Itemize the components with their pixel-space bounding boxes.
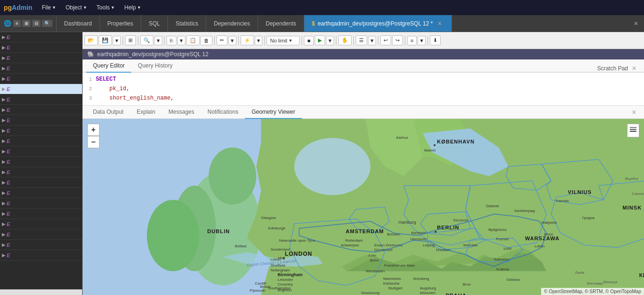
zoom-out-button[interactable]: − (87, 136, 100, 148)
btn-format[interactable]: ≡ (407, 36, 417, 45)
tab-browser[interactable]: 🌐 ≡ ⊞ ⊟ 🔍 (0, 15, 57, 32)
sidebar-item[interactable]: ▶ E (0, 188, 82, 198)
btn-stop[interactable]: ■ (304, 36, 314, 45)
btn-table[interactable]: ⊞ (125, 35, 136, 45)
sidebar-item[interactable]: ▶ E (0, 94, 82, 105)
btn-save-dropdown[interactable]: ▼ (113, 36, 121, 45)
btn-paste[interactable]: 📋 (186, 35, 200, 45)
svg-text:Kraków: Kraków (496, 267, 509, 271)
tab-query-history[interactable]: Query History (131, 59, 179, 73)
menu-object[interactable]: Object ▼ (62, 2, 91, 13)
btn-commit[interactable]: ↩ (380, 35, 391, 45)
btn-open-file[interactable]: 📂 (84, 35, 98, 45)
sql-editor[interactable]: 1 SELECT 2 pk_id, 3 short_english_name, (83, 73, 644, 106)
btn-format-dropdown[interactable]: ▼ (418, 36, 426, 45)
btn-copy-dropdown[interactable]: ▼ (177, 36, 185, 45)
line-num-1: 1 (83, 75, 96, 84)
tab-properties[interactable]: Properties (100, 15, 142, 32)
tab-dashboard[interactable]: Dashboard (57, 15, 100, 32)
btn-limit[interactable]: No limit ▼ (267, 36, 300, 45)
btn-filter[interactable]: ⚡ (241, 35, 254, 45)
btn-edit-dropdown[interactable]: ▼ (228, 36, 236, 45)
sidebar-item[interactable]: ▶ E (0, 198, 82, 209)
sidebar-item[interactable]: ▶ E (0, 240, 82, 250)
result-tabs-close[interactable]: ✕ (628, 106, 640, 118)
menu-help[interactable]: Help ▼ (120, 2, 145, 13)
svg-text:Malmö: Malmö (424, 148, 436, 152)
sidebar-item[interactable]: ▶ E (0, 105, 82, 115)
sidebar-item[interactable]: ▶ E (0, 53, 82, 63)
svg-text:КИЇВ: КИЇВ (639, 272, 644, 278)
tab-dependencies[interactable]: Dependencies (206, 15, 258, 32)
db-tab-close[interactable]: ✕ (435, 20, 444, 27)
db-icon: E (7, 76, 10, 82)
sidebar-item[interactable]: ▶ E (0, 157, 82, 167)
sidebar-item[interactable]: ▶ E (0, 126, 82, 136)
sidebar-item[interactable]: ▶ E (0, 209, 82, 219)
sidebar-item[interactable]: ▶ E (0, 32, 82, 42)
btn-edit[interactable]: ✏ (217, 35, 227, 45)
keyword-select: SELECT (96, 75, 116, 84)
sidebar-item[interactable]: ▶ E (0, 177, 82, 188)
chevron-icon: ▶ (2, 201, 6, 206)
btn-view-dropdown[interactable]: ▼ (368, 36, 376, 45)
chevron-icon: ▶ (2, 128, 6, 133)
svg-text:Житомир: Житомир (587, 281, 603, 286)
menu-file[interactable]: File ▼ (38, 2, 60, 13)
svg-text:Brighton: Brighton (278, 288, 292, 292)
svg-text:Belfast: Belfast (235, 244, 247, 248)
btn-filter-dropdown[interactable]: ▼ (255, 36, 263, 45)
tab-active-db[interactable]: $ earthqadmin_dev/postgres@PostgreSQL 12… (304, 15, 452, 32)
browser-btn3[interactable]: ⊟ (32, 20, 41, 27)
chevron-icon: ▶ (2, 242, 6, 247)
sidebar-item-selected[interactable]: ▶ E (0, 84, 82, 94)
btn-copy[interactable]: ⎘ (167, 36, 176, 45)
menu-tools[interactable]: Tools ▼ (93, 2, 119, 13)
btn-rollback[interactable]: ↪ (392, 35, 403, 45)
svg-text:Glasgow: Glasgow (261, 216, 276, 220)
btn-search[interactable]: 🔍 (140, 35, 153, 45)
tabbar-close[interactable]: ✕ (628, 15, 644, 32)
sidebar-scrollbar[interactable] (0, 289, 82, 295)
btn-save[interactable]: 💾 (99, 35, 112, 45)
browser-btn4[interactable]: 🔍 (42, 20, 52, 27)
sidebar-item[interactable]: ▶ E (0, 63, 82, 74)
sidebar-item[interactable]: ▶ E (0, 146, 82, 157)
tab-dependents[interactable]: Dependents (258, 15, 304, 32)
sidebar-item[interactable]: ▶ E (0, 219, 82, 229)
tab-messages[interactable]: Messages (162, 106, 201, 119)
btn-drag[interactable]: ✋ (338, 35, 351, 45)
btn-delete[interactable]: 🗑 (201, 36, 212, 45)
tab-sql[interactable]: SQL (141, 15, 168, 32)
zoom-in-button[interactable]: + (87, 124, 100, 136)
btn-run[interactable]: ▶ (315, 35, 325, 45)
btn-view[interactable]: ☰ (356, 35, 367, 45)
map-area[interactable]: KØBENHAVN VILNIUS MINSK WARSZAWA BERLIN … (83, 119, 644, 295)
map-attribution: © OpenStreetMap, © SRTM, © OpenTopoMap (541, 288, 644, 295)
editor-tabs: Query Editor Query History Scratch Pad ✕ (83, 59, 644, 73)
db-icon: E (7, 45, 10, 51)
tab-query-editor[interactable]: Query Editor (86, 59, 131, 73)
sidebar-item[interactable]: ▶ E (0, 115, 82, 126)
map-layers-button[interactable] (627, 124, 639, 137)
tab-statistics[interactable]: Statistics (168, 15, 206, 32)
browser-btn1[interactable]: ≡ (13, 20, 21, 27)
browser-btn2[interactable]: ⊞ (22, 20, 31, 27)
btn-run-dropdown[interactable]: ▼ (326, 36, 334, 45)
btn-search-dropdown[interactable]: ▼ (154, 36, 162, 45)
btn-download[interactable]: ⬇ (430, 35, 441, 45)
sidebar-item[interactable]: ▶ E (0, 136, 82, 146)
tab-explain[interactable]: Explain (130, 106, 162, 119)
tab-geometry-viewer[interactable]: Geometry Viewer (245, 106, 301, 119)
db-icon: E (7, 138, 10, 144)
sidebar-item[interactable]: ▶ E (0, 167, 82, 177)
tab-data-output[interactable]: Data Output (86, 106, 130, 119)
sidebar-item[interactable]: ▶ E (0, 250, 82, 261)
sep3 (164, 36, 165, 45)
scratchpad-close[interactable]: ✕ (632, 65, 636, 72)
tab-notifications[interactable]: Notifications (201, 106, 245, 119)
sidebar-item[interactable]: ▶ E (0, 42, 82, 53)
sidebar-item[interactable]: ▶ E (0, 74, 82, 84)
sidebar-item[interactable]: ▶ E (0, 229, 82, 240)
db-icon: E (7, 180, 10, 185)
